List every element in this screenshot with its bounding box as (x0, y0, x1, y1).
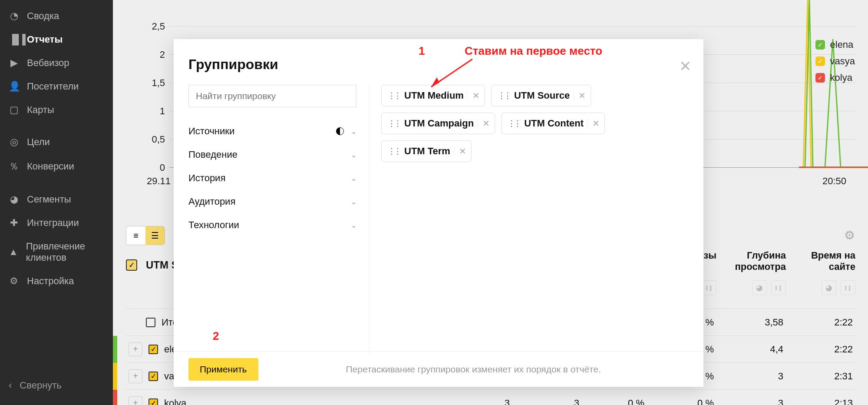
chip-utm-term[interactable]: ⋮⋮UTM Term✕ (381, 140, 472, 162)
y-tick: 2 (160, 49, 165, 60)
apply-button[interactable]: Применить (188, 358, 258, 381)
sidebar-item-reports[interactable]: ▐▌▌Отчеты (0, 28, 113, 51)
sidebar-item-conversions[interactable]: ％Конверсии (0, 154, 113, 179)
category-technology[interactable]: Технологии⌄ (188, 213, 356, 237)
header-checkbox[interactable]: ✓ (126, 259, 137, 271)
chip-remove-icon[interactable]: ✕ (587, 118, 604, 129)
cat-label: Технологии (188, 219, 239, 231)
target-icon: ◎ (9, 136, 19, 148)
x-tick-end: 20:50 (822, 176, 846, 187)
row-expand[interactable]: + (129, 369, 142, 383)
cell-depth: 3,58 (716, 317, 786, 328)
chevron-down-icon: ⌄ (351, 151, 356, 159)
chip-label: UTM Medium (404, 90, 467, 101)
legend-label: vasya (830, 56, 855, 67)
play-icon: ▶ (9, 57, 19, 69)
bars-mini-icon[interactable]: ⫾⫿ (841, 280, 855, 295)
modal-right-pane: ⋮⋮UTM Medium✕ ⋮⋮UTM Source✕ ⋮⋮UTM Campai… (369, 85, 703, 354)
modal-footer: Применить Перетаскивание группировок изм… (174, 351, 703, 387)
drag-handle-icon[interactable]: ⋮⋮ (382, 119, 404, 128)
y-tick: 1,5 (152, 77, 165, 89)
sidebar-item-label: Интеграции (27, 217, 79, 229)
chip-remove-icon[interactable]: ✕ (477, 118, 495, 129)
cell-time: 2:22 (786, 344, 855, 355)
table-settings-icon[interactable]: ⚙ (844, 228, 855, 242)
view-toggle-flat[interactable]: ≡ (126, 226, 145, 245)
pie-mini-icon[interactable]: ◕ (752, 280, 767, 295)
sidebar-item-integrations[interactable]: ✚Интеграции (0, 211, 113, 235)
user-icon: 👤 (9, 81, 19, 92)
row-checkbox[interactable] (149, 398, 158, 405)
sidebar-item-label: Отчеты (27, 34, 63, 45)
cell-time: 2:31 (786, 371, 855, 382)
close-icon[interactable]: ✕ (679, 57, 691, 75)
chip-utm-campaign[interactable]: ⋮⋮UTM Campaign✕ (381, 113, 495, 134)
legend-item[interactable]: ✓kolya (815, 72, 855, 83)
sidebar-item-settings[interactable]: ⚙Настройка (0, 269, 113, 293)
sidebar-item-label: Карты (27, 104, 54, 116)
puzzle-icon: ✚ (9, 217, 19, 229)
row-checkbox[interactable] (149, 345, 158, 354)
cell-depth: 4,4 (716, 344, 786, 355)
cat-label: Источники (188, 126, 234, 137)
sidebar-item-segments[interactable]: ◕Сегменты (0, 188, 113, 211)
sidebar-collapse[interactable]: ‹Свернуть (0, 374, 113, 397)
percent-icon: ％ (9, 160, 19, 173)
row-expand[interactable]: + (129, 342, 142, 356)
legend-item[interactable]: ✓elena (815, 39, 855, 50)
chip-remove-icon[interactable]: ✕ (454, 146, 471, 156)
sidebar-item-webvisor[interactable]: ▶Вебвизор (0, 51, 113, 75)
cat-label: Поведение (188, 149, 238, 160)
drag-handle-icon[interactable]: ⋮⋮ (382, 146, 404, 156)
chip-label: UTM Term (404, 146, 454, 157)
bars-icon: ▐▌▌ (9, 34, 19, 45)
chevron-down-icon: ⌄ (351, 221, 356, 229)
row-expand[interactable]: + (129, 396, 142, 405)
gauge-icon: ◔ (9, 10, 19, 22)
sidebar-item-label: Настройка (27, 276, 74, 287)
legend-item[interactable]: ✓vasya (815, 56, 855, 67)
table-row: + kolya 3 3 0 % 0 % 3 2:13 (126, 389, 855, 405)
sidebar-item-visitors[interactable]: 👤Посетители (0, 75, 113, 98)
legend-label: kolya (830, 72, 852, 83)
y-tick: 2,5 (152, 21, 165, 32)
chart-legend: ✓elena ✓vasya ✓kolya (815, 39, 855, 89)
sidebar: ◔Сводка ▐▌▌Отчеты ▶Вебвизор 👤Посетители … (0, 0, 113, 405)
pie-icon: ◕ (9, 194, 19, 205)
chip-label: UTM Campaign (404, 118, 477, 129)
chip-utm-content[interactable]: ⋮⋮UTM Content✕ (501, 113, 605, 134)
sidebar-item-maps[interactable]: ▢Карты (0, 98, 113, 122)
half-filled-icon (336, 127, 344, 135)
category-behavior[interactable]: Поведение⌄ (188, 143, 356, 166)
bars-mini-icon[interactable]: ⫾⫿ (702, 280, 716, 295)
sidebar-item-goals[interactable]: ◎Цели (0, 130, 113, 154)
category-history[interactable]: История⌄ (188, 166, 356, 190)
sidebar-item-label: Привлечение клиентов (26, 241, 104, 263)
layout-icon: ▢ (9, 104, 19, 116)
chip-remove-icon[interactable]: ✕ (467, 90, 485, 101)
bars-mini-icon[interactable]: ⫾⫿ (771, 280, 786, 295)
row-stripe (113, 390, 117, 405)
sidebar-item-acquisition[interactable]: ▲Привлечение клиентов (0, 235, 113, 269)
chip-remove-icon[interactable]: ✕ (573, 90, 591, 101)
cell-refuses: 0 % (647, 398, 716, 405)
drag-handle-icon[interactable]: ⋮⋮ (492, 91, 514, 100)
category-audience[interactable]: Аудитория⌄ (188, 190, 356, 213)
drag-handle-icon[interactable]: ⋮⋮ (502, 119, 524, 128)
row-stripe (113, 336, 117, 363)
chip-label: UTM Content (524, 118, 587, 129)
sidebar-item-summary[interactable]: ◔Сводка (0, 4, 113, 28)
row-checkbox[interactable] (146, 318, 155, 327)
chip-utm-medium[interactable]: ⋮⋮UTM Medium✕ (381, 85, 485, 106)
sidebar-collapse-label: Свернуть (20, 380, 62, 391)
pie-mini-icon[interactable]: ◕ (822, 280, 836, 295)
category-sources[interactable]: Источники⌄ (188, 120, 356, 143)
view-toggle-tree[interactable]: ☰ (145, 226, 165, 245)
footer-hint: Перетаскивание группировок изменяет их п… (258, 364, 689, 375)
modal-title: Группировки (174, 39, 703, 85)
y-tick: 0,5 (152, 134, 165, 145)
search-input[interactable] (188, 85, 356, 107)
row-checkbox[interactable] (149, 372, 158, 381)
chip-utm-source[interactable]: ⋮⋮UTM Source✕ (491, 85, 591, 106)
drag-handle-icon[interactable]: ⋮⋮ (382, 91, 404, 100)
